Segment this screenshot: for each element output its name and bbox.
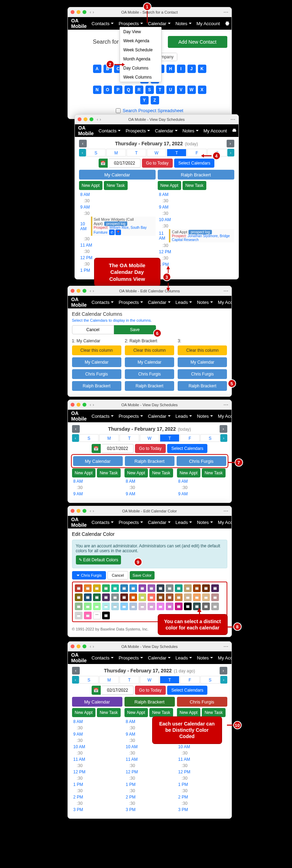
alpha-P[interactable]: P <box>114 86 122 94</box>
dow-cell[interactable]: T <box>120 434 139 442</box>
swatch[interactable] <box>111 593 119 601</box>
menu-leads[interactable]: Leads <box>173 414 194 419</box>
prev-day[interactable]: ‹ <box>79 140 87 147</box>
swatch[interactable] <box>120 603 128 610</box>
swatch[interactable] <box>166 584 173 592</box>
menu-contacts[interactable]: Contacts <box>90 414 116 419</box>
dd-month-agenda[interactable]: Month Agenda <box>120 54 161 64</box>
calendar-icon[interactable]: 📅 <box>99 159 108 168</box>
swatch[interactable] <box>211 603 219 610</box>
menu-notes[interactable]: Notes <box>173 21 194 26</box>
alpha-R[interactable]: R <box>135 86 143 94</box>
alpha-O[interactable]: O <box>104 86 112 94</box>
cancel-button[interactable]: Cancel <box>107 571 128 579</box>
swatch[interactable] <box>202 593 210 601</box>
swatch[interactable] <box>93 593 101 601</box>
new-appt-button[interactable]: New Appt <box>158 181 181 190</box>
swatch[interactable] <box>202 603 210 610</box>
nav-fwd[interactable]: › <box>100 117 101 122</box>
alpha-I[interactable]: I <box>177 65 185 73</box>
menu-calendar[interactable]: Calendar <box>146 21 173 26</box>
swatch[interactable] <box>175 584 183 592</box>
dow-prev[interactable]: ‹ <box>79 149 86 156</box>
new-appt-button[interactable]: New Appt <box>177 708 200 717</box>
menu-prospects[interactable]: Prospects <box>116 300 145 305</box>
menu-prospects[interactable]: Prospects <box>116 520 145 525</box>
user-select-button[interactable]: ⏷ Chris Furgis <box>72 571 106 579</box>
more-icon[interactable]: ⋯ <box>230 117 236 122</box>
clear-col-button[interactable]: Clear this column <box>125 345 174 355</box>
select-cal-button[interactable]: Select Calendars <box>167 686 207 695</box>
menu-myaccount[interactable]: My Account <box>201 128 229 133</box>
cal-option[interactable]: Ralph Brackert <box>125 381 174 391</box>
swatch[interactable] <box>75 603 83 610</box>
dow-cell[interactable]: T <box>120 676 139 684</box>
menu-print[interactable]: Print <box>223 21 232 26</box>
dow-cell[interactable]: F <box>180 434 200 442</box>
menu-leads[interactable]: Leads <box>173 655 194 661</box>
swatch[interactable] <box>129 603 137 610</box>
menu-notes[interactable]: Notes <box>180 128 201 133</box>
dow-prev[interactable]: ‹ <box>72 434 79 442</box>
edit-defaults-button[interactable]: ✎ Edit Default Colors <box>76 555 121 564</box>
next-day[interactable]: › <box>220 425 227 433</box>
dow-cell[interactable]: T <box>160 434 179 442</box>
swatch[interactable] <box>102 612 110 619</box>
swatch[interactable] <box>93 603 101 610</box>
dow-cell[interactable]: S <box>200 434 220 442</box>
cal-option[interactable]: My Calendar <box>178 357 227 367</box>
swatch[interactable] <box>120 584 128 592</box>
swatch[interactable] <box>148 593 155 601</box>
menu-calendar[interactable]: Calendar <box>146 655 173 661</box>
dow-cell[interactable]: W <box>147 149 166 156</box>
dow-cell[interactable]: M <box>99 434 119 442</box>
dow-cell[interactable]: S <box>79 434 99 442</box>
menu-leads[interactable]: Leads <box>173 300 194 305</box>
clear-col-button[interactable]: Clear this column <box>72 345 121 355</box>
swatch[interactable] <box>166 603 173 610</box>
nav-back[interactable]: ‹ <box>97 117 98 122</box>
dow-cell[interactable]: S <box>79 676 99 684</box>
alpha-V[interactable]: V <box>177 86 185 94</box>
appointment[interactable]: Sell More Widgets (Call Appt)prospect lo… <box>91 217 156 236</box>
new-appt-button[interactable]: New Appt <box>72 468 95 477</box>
menu-notes[interactable]: Notes <box>195 520 215 525</box>
new-task-button[interactable]: New Task <box>149 468 173 477</box>
dow-cell[interactable]: T <box>167 149 186 156</box>
swatch[interactable] <box>138 584 146 592</box>
alpha-U[interactable]: U <box>166 86 175 94</box>
new-task-button[interactable]: New Task <box>104 181 128 190</box>
swatch[interactable] <box>84 584 92 592</box>
new-task-button[interactable]: New Task <box>149 708 173 717</box>
calendar-icon[interactable]: 📅 <box>92 444 101 453</box>
dow-cell[interactable]: W <box>140 676 159 684</box>
swatch[interactable] <box>148 603 155 610</box>
go-today-button[interactable]: Go to Today <box>135 444 166 453</box>
menu-calendar[interactable]: Calendar <box>153 128 180 133</box>
new-task-button[interactable]: New Task <box>202 708 226 717</box>
new-task-button[interactable]: New Task <box>97 708 121 717</box>
swatch[interactable] <box>75 584 83 592</box>
menu-contacts[interactable]: Contacts <box>90 655 116 661</box>
menu-notes[interactable]: Notes <box>195 300 215 305</box>
dow-prev[interactable]: ‹ <box>72 676 79 684</box>
new-task-button[interactable]: New Task <box>202 468 226 477</box>
dd-week-columns[interactable]: Week Columns <box>120 73 161 82</box>
swatch[interactable] <box>84 593 92 601</box>
dow-cell[interactable]: S <box>86 149 106 156</box>
menu-notes[interactable]: Notes <box>195 414 215 419</box>
date-input[interactable] <box>102 686 134 695</box>
swatch[interactable] <box>102 593 110 601</box>
prev-day[interactable]: ‹ <box>72 425 80 433</box>
swatch[interactable] <box>129 593 137 601</box>
swatch[interactable] <box>93 584 101 592</box>
menu-prospects[interactable]: Prospects <box>116 414 145 419</box>
dow-cell[interactable]: M <box>99 676 119 684</box>
cal-option[interactable]: Ralph Brackert <box>178 381 227 391</box>
menu-myaccount[interactable]: My Account <box>216 655 232 661</box>
dow-cell[interactable]: F <box>180 676 200 684</box>
next-day[interactable]: › <box>227 140 234 147</box>
alpha-N[interactable]: N <box>93 86 101 94</box>
swatch[interactable] <box>75 593 83 601</box>
new-appt-button[interactable]: New Appt <box>124 468 148 477</box>
